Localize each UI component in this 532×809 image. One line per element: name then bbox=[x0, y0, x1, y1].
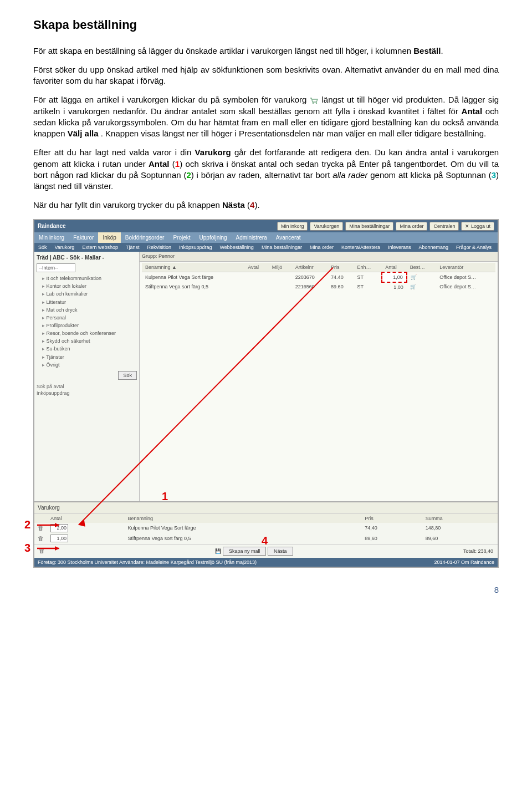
cart-row: 🗑 1,00 Stiftpenna Vega sort färg 0,5 89,… bbox=[34, 533, 498, 544]
trash-icon[interactable]: 🗑 bbox=[38, 535, 44, 542]
qty-input[interactable]: 1,00 bbox=[50, 535, 68, 542]
page-title: Skapa beställning bbox=[33, 17, 499, 33]
cart-col-benamning: Benämning bbox=[124, 514, 361, 523]
save-icon[interactable]: 💾 bbox=[215, 548, 221, 554]
tree-item[interactable]: Litteratur bbox=[37, 298, 137, 306]
top-btn-min-inkorg[interactable]: Min inkorg bbox=[277, 222, 308, 231]
svg-point-0 bbox=[313, 103, 314, 104]
menu-administrera[interactable]: Administrera bbox=[232, 232, 272, 243]
tree-item[interactable]: Kontor och lokaler bbox=[37, 282, 137, 290]
col-artikelnr[interactable]: Artikelnr bbox=[292, 263, 328, 272]
cell-art: 2216560 bbox=[292, 282, 328, 292]
cart-total: Totalt: 238,40 bbox=[463, 548, 493, 554]
qty-input[interactable]: 2,00 bbox=[50, 524, 68, 532]
top-btn-mina-order[interactable]: Mina order bbox=[396, 222, 427, 231]
cell-name: Kulpenna Pilot Vega Sort färge bbox=[142, 272, 244, 282]
top-btn-varukorgen[interactable]: Varukorgen bbox=[310, 222, 343, 231]
cart-cell-sum: 89,60 bbox=[422, 533, 498, 544]
cell-antal-highlight[interactable]: 1,00 bbox=[382, 272, 407, 282]
menu-avancerat[interactable]: Avancerat bbox=[272, 232, 305, 243]
paragraph-5: När du har fyllt din varukorg trycker du… bbox=[33, 200, 499, 211]
submenu-item[interactable]: Abonnemang bbox=[415, 243, 453, 252]
annotation-2: 2 bbox=[24, 517, 30, 532]
sidebar-link[interactable]: Inköpsuppdrag bbox=[37, 390, 137, 396]
menu-uppfoljning[interactable]: Uppföljning bbox=[195, 232, 232, 243]
submenubar: Sök Varukorg Extern webshop Tjänst Rekvi… bbox=[34, 243, 498, 252]
cell-enh: ST bbox=[354, 282, 382, 292]
text: När du har fyllt din varukorg trycker du… bbox=[33, 200, 222, 210]
submenu-item[interactable]: Frågor & Analys bbox=[452, 243, 495, 252]
submenu-item[interactable]: Extern webshop bbox=[78, 243, 122, 252]
submenu-item[interactable]: Inleverans bbox=[384, 243, 415, 252]
cart-cell-name: Kulpenna Pilot Vega Sort färge bbox=[124, 523, 361, 533]
submenu-item[interactable]: Tjänst bbox=[122, 243, 144, 252]
tree-item[interactable]: Mat och dryck bbox=[37, 306, 137, 314]
tree-item[interactable]: Övrigt bbox=[37, 361, 137, 369]
col-avtal[interactable]: Avtal bbox=[244, 263, 269, 272]
nasta-button[interactable]: Nästa bbox=[268, 547, 293, 556]
paragraph-3: För att lägga en artikel i varukorgen kl… bbox=[33, 94, 499, 139]
top-btn-centralen[interactable]: Centralen bbox=[429, 222, 459, 231]
menu-fakturor[interactable]: Fakturor bbox=[69, 232, 98, 243]
trash-all-icon[interactable]: 🗑 bbox=[39, 547, 45, 555]
col-pris[interactable]: Pris bbox=[328, 263, 354, 272]
trash-icon[interactable]: 🗑 bbox=[38, 525, 44, 531]
top-btn-logga-ut[interactable]: ✕ Logga ut bbox=[461, 222, 494, 231]
submenu-item[interactable]: Webbeställning bbox=[216, 243, 258, 252]
col-best[interactable]: Best… bbox=[407, 263, 436, 272]
cell-art: 2203670 bbox=[292, 272, 328, 282]
text: . Knappen visas längst ner till höger i … bbox=[101, 129, 486, 138]
col-antal[interactable]: Antal bbox=[382, 263, 407, 272]
bold-valj-alla: Välj alla bbox=[68, 129, 99, 138]
tree-item[interactable]: Skydd och säkerhet bbox=[37, 337, 137, 345]
italic-alla-rader: alla rader bbox=[332, 170, 367, 180]
col-enh[interactable]: Enh… bbox=[354, 263, 382, 272]
submenu-item[interactable]: Mina beställningar bbox=[258, 243, 306, 252]
cart-header-row: Antal Benämning Pris Summa bbox=[34, 514, 498, 523]
tree-item[interactable]: Resor, boende och konferenser bbox=[37, 329, 137, 337]
tree-item[interactable]: Personal bbox=[37, 314, 137, 322]
tree-item[interactable]: Tjänster bbox=[37, 353, 137, 361]
sok-button[interactable]: Sök bbox=[118, 371, 137, 380]
menu-projekt[interactable]: Projekt bbox=[168, 232, 195, 243]
col-leverantor[interactable]: Leverantör bbox=[436, 263, 495, 272]
submenu-item[interactable]: Sök bbox=[34, 243, 51, 252]
sidebar-tabs[interactable]: Träd | ABC - Sök - Mallar - bbox=[37, 254, 137, 262]
tree-item[interactable]: Lab och kemikalier bbox=[37, 290, 137, 298]
submenu-item[interactable]: Kontera/Attestera bbox=[337, 243, 384, 252]
text: . bbox=[441, 46, 443, 55]
menu-bokforingsorder[interactable]: Bokföringsorder bbox=[121, 232, 169, 243]
cell-pris: 74.40 bbox=[328, 272, 354, 282]
skapa-ny-mall-button[interactable]: Skapa ny mall bbox=[223, 547, 267, 556]
col-benamning[interactable]: Benämning ▲ bbox=[142, 263, 244, 272]
tree-item[interactable]: Profilprodukter bbox=[37, 322, 137, 329]
cart-cell-pris: 89,60 bbox=[361, 533, 422, 544]
status-right: 2014-01-07 Om Raindance bbox=[434, 559, 494, 566]
submenu-item[interactable]: Rekvisition bbox=[143, 243, 175, 252]
app-body: Träd | ABC - Sök - Mallar - --Intern-- I… bbox=[34, 252, 498, 501]
submenu-item[interactable]: Inköpsuppdrag bbox=[175, 243, 216, 252]
cell-lev: Office depot S… bbox=[436, 282, 495, 292]
tree-dropdown[interactable]: --Intern-- bbox=[37, 263, 75, 272]
menu-min-inkorg[interactable]: Min inkorg bbox=[34, 232, 69, 243]
bold-nasta: Nästa bbox=[222, 200, 245, 210]
grid-row: Stiftpenna Vega sort färg 0,5 2216560 89… bbox=[142, 282, 495, 292]
menu-inkop[interactable]: Inköp bbox=[98, 232, 120, 243]
tree-item[interactable]: Su-butiken bbox=[37, 345, 137, 353]
callout-3: 3 bbox=[492, 170, 496, 180]
top-btn-mina-bestallningar[interactable]: Mina beställningar bbox=[345, 222, 393, 231]
cart-cell-pris: 74,40 bbox=[361, 523, 422, 533]
cart-icon[interactable]: 🛒 bbox=[407, 272, 436, 282]
col-miljo[interactable]: Miljö bbox=[269, 263, 292, 272]
text: För att lägga en artikel i varukorgen kl… bbox=[33, 95, 310, 104]
sidebar-link[interactable]: Sök på avtal bbox=[37, 383, 137, 390]
cell-enh: ST bbox=[354, 272, 382, 282]
product-grid: Benämning ▲ Avtal Miljö Artikelnr Pris E… bbox=[140, 262, 498, 502]
submenu-item[interactable]: Varukorg bbox=[51, 243, 79, 252]
menubar: Min inkorg Fakturor Inköp Bokföringsorde… bbox=[34, 232, 498, 243]
cell-antal[interactable]: 1,00 bbox=[382, 282, 407, 292]
bold-bestall: Beställ bbox=[413, 46, 441, 55]
submenu-item[interactable]: Mina order bbox=[306, 243, 337, 252]
tree-item[interactable]: It och telekommunikation bbox=[37, 274, 137, 282]
cart-icon[interactable]: 🛒 bbox=[407, 282, 436, 292]
